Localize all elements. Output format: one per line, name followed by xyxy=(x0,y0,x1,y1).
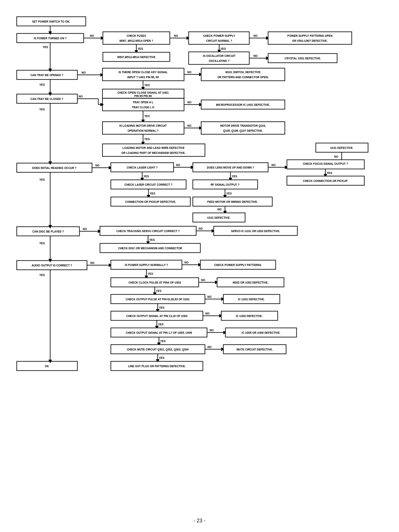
svg-text:CHECK OUTPUT PULSE AT PIN 61,6: CHECK OUTPUT PULSE AT PIN 61,62,63 OF U2… xyxy=(126,298,190,301)
svg-text:POWER SUPPLY PATTERNS OPEN: POWER SUPPLY PATTERNS OPEN xyxy=(287,34,332,37)
svg-text:M302 OR U302 DEFECTIVE.: M302 OR U302 DEFECTIVE. xyxy=(233,281,268,284)
svg-text:YES: YES xyxy=(144,115,150,118)
svg-text:YES: YES xyxy=(327,171,332,174)
svg-text:NO: NO xyxy=(90,261,95,264)
svg-text:OSCILLATING ?: OSCILLATING ? xyxy=(209,59,229,62)
svg-text:IS POWER TURNED ON ?: IS POWER TURNED ON ? xyxy=(34,37,67,40)
svg-text:YES: YES xyxy=(39,274,45,276)
svg-text:NO: NO xyxy=(334,155,338,158)
svg-text:MICROPROCESSOR IC U401 DEFECTI: MICROPROCESSOR IC U401 DEFECTIVE. xyxy=(216,103,270,106)
svg-text:YES: YES xyxy=(159,356,165,359)
svg-text:YES: YES xyxy=(148,272,153,275)
svg-text:CHECK LASER CIRCUIT CORRECT ?: CHECK LASER CIRCUIT CORRECT ? xyxy=(125,183,173,186)
svg-text:CHECK POWER SUPPLY PATTERNS.: CHECK POWER SUPPLY PATTERNS. xyxy=(214,263,262,266)
svg-text:CHECK LASER LIGHT ?: CHECK LASER LIGHT ? xyxy=(127,166,158,169)
svg-text:CHECK MUTE CIRCUIT Q301, Q302,: CHECK MUTE CIRCUIT Q301, Q302, Q303, Q30… xyxy=(127,348,189,351)
svg-text:CHECK FOCUS SIGNAL OUTPUT ?: CHECK FOCUS SIGNAL OUTPUT ? xyxy=(303,162,348,165)
svg-text:RF SIGNAL OUTPUT ?: RF SIGNAL OUTPUT ? xyxy=(210,183,239,186)
svg-text:CHECK DISC OR MECHANISM AND CO: CHECK DISC OR MECHANISM AND CONNECTOR xyxy=(118,247,182,250)
svg-text:YES: YES xyxy=(39,83,45,86)
svg-text:YES: YES xyxy=(43,46,49,49)
svg-text:YES: YES xyxy=(150,192,156,195)
svg-text:YES: YES xyxy=(144,84,150,87)
svg-text:IC U201 DEFECTIVE.: IC U201 DEFECTIVE. xyxy=(238,298,265,301)
flowchart-container: SET POWER SWITCH TO ON. IS POWER TURNED … xyxy=(8,8,391,502)
svg-text:NO: NO xyxy=(187,101,192,104)
svg-text:NO: NO xyxy=(83,228,87,230)
svg-text:YES: YES xyxy=(39,178,45,181)
svg-text:CHECK OUTPUT SIGNAL AT PIN 13,: CHECK OUTPUT SIGNAL AT PIN 13,16 OF U302 xyxy=(126,315,188,318)
svg-rect-59 xyxy=(102,98,184,111)
svg-text:YES: YES xyxy=(220,47,226,50)
svg-text:NO: NO xyxy=(187,71,192,74)
svg-text:IS THERE OPEN/ CLOSE KEY SIGNA: IS THERE OPEN/ CLOSE KEY SIGNAL xyxy=(118,71,168,74)
svg-text:M101 SWITCH, DEFECTIVE: M101 SWITCH, DEFECTIVE xyxy=(225,71,261,74)
svg-text:YES: YES xyxy=(156,289,162,292)
svg-text:CAN TRAY BE OPENED ?: CAN TRAY BE OPENED ? xyxy=(31,74,64,77)
svg-text:NO: NO xyxy=(207,345,212,348)
svg-text:TRAY CLOSE      L            H: TRAY CLOSE L H xyxy=(132,106,154,109)
svg-text:NO: NO xyxy=(210,329,214,332)
svg-text:YES: YES xyxy=(39,242,45,245)
svg-text:M507,M512-M514 DEFECTIVE: M507,M512-M514 DEFECTIVE xyxy=(117,56,156,59)
svg-text:FEED MOTOR OR WIRING DEFECTIVE: FEED MOTOR OR WIRING DEFECTIVE. xyxy=(207,200,258,203)
svg-text:OR LOADING PART OF MECHANISM D: OR LOADING PART OF MECHANISM DEFECTIVE. xyxy=(121,151,186,154)
svg-text:M507, M512-M514 OPEN ?: M507, M512-M514 OPEN ? xyxy=(120,39,153,43)
svg-text:YES: YES xyxy=(149,238,155,241)
page-number: - 23 - xyxy=(194,518,205,524)
flowchart-svg: SET POWER SWITCH TO ON. IS POWER TURNED … xyxy=(8,8,391,502)
svg-text:NO: NO xyxy=(95,164,100,167)
svg-rect-18 xyxy=(268,32,352,44)
svg-text:IC U302 DEFECTIVE.: IC U302 DEFECTIVE. xyxy=(236,315,263,317)
svg-text:NO: NO xyxy=(207,295,212,298)
svg-text:LOADING MOTOR AND LEAD WIRE DE: LOADING MOTOR AND LEAD WIRE DEFECTIVE xyxy=(123,146,185,149)
svg-rect-41 xyxy=(102,68,184,81)
svg-text:OR PATTERN AND CONNECTOR OPEN.: OR PATTERN AND CONNECTOR OPEN. xyxy=(217,76,269,79)
svg-text:CONNECTION OR PICKUP DEFECTIVE: CONNECTION OR PICKUP DEFECTIVE. xyxy=(125,200,176,203)
svg-text:OK: OK xyxy=(45,365,49,368)
svg-text:NO: NO xyxy=(187,124,192,127)
svg-rect-46 xyxy=(201,68,285,81)
svg-text:NO: NO xyxy=(201,279,205,281)
svg-text:DOES LENS MOVE UP AND DOWN ?: DOES LENS MOVE UP AND DOWN ? xyxy=(207,166,254,169)
svg-text:NO: NO xyxy=(217,208,222,211)
svg-text:LINE OUT PLUG OR PATTERNS DEFE: LINE OUT PLUG OR PATTERNS DEFECTIVE. xyxy=(128,365,186,368)
svg-text:IS LOADING MOTOR DRIVE CIRCUIT: IS LOADING MOTOR DRIVE CIRCUIT xyxy=(119,124,167,127)
svg-text:CHECK FUSES: CHECK FUSES xyxy=(127,34,146,37)
svg-rect-68 xyxy=(102,122,184,134)
svg-text:NO: NO xyxy=(90,34,94,37)
svg-text:NO: NO xyxy=(176,164,180,166)
svg-text:NO: NO xyxy=(271,164,276,166)
svg-text:CHECK OPEN/ CLOSE SIGNAL AT U4: CHECK OPEN/ CLOSE SIGNAL AT U401 xyxy=(118,91,169,94)
svg-text:CHECK TRACKING SERVO CIRCUIT C: CHECK TRACKING SERVO CIRCUIT CORRECT ? xyxy=(116,230,180,233)
svg-rect-27 xyxy=(189,52,249,64)
svg-text:SERVO IC U101 OR U202 DEFECTIV: SERVO IC U101 OR U202 DEFECTIVE. xyxy=(231,230,280,233)
svg-text:CRYSTAL X301 DEFECTIVE.: CRYSTAL X301 DEFECTIVE. xyxy=(285,57,321,60)
svg-text:OPERATION NORMAL ?: OPERATION NORMAL ? xyxy=(128,129,159,132)
svg-text:YES: YES xyxy=(159,306,165,309)
svg-text:YES: YES xyxy=(138,47,143,50)
svg-text:NO: NO xyxy=(79,95,83,98)
svg-text:SET POWER SWITCH TO ON.: SET POWER SWITCH TO ON. xyxy=(32,20,70,23)
svg-rect-8 xyxy=(103,32,170,44)
svg-text:YES: YES xyxy=(160,340,166,343)
svg-text:PIN 65           PIN 66: PIN 65 PIN 66 xyxy=(134,95,152,97)
svg-text:MUTE CIRCUIT DEFECTIVE.: MUTE CIRCUIT DEFECTIVE. xyxy=(237,348,273,351)
svg-text:YES: YES xyxy=(232,175,238,178)
svg-text:NO: NO xyxy=(253,54,258,57)
svg-text:IS POWER SUPPLY NORMALLY ?: IS POWER SUPPLY NORMALLY ? xyxy=(125,263,168,266)
svg-rect-78 xyxy=(102,144,205,156)
svg-text:NO: NO xyxy=(253,34,258,37)
svg-text:YES: YES xyxy=(226,192,232,195)
svg-text:U101 DEFECTIVE.: U101 DEFECTIVE. xyxy=(207,216,230,219)
svg-text:CHECK POWER SUPPLY: CHECK POWER SUPPLY xyxy=(203,34,235,37)
svg-text:CAN TRAY BE CLOSED ?: CAN TRAY BE CLOSED ? xyxy=(31,97,63,100)
svg-text:YES: YES xyxy=(143,175,149,178)
svg-text:NO: NO xyxy=(205,312,210,315)
svg-text:TRAY OPEN       H            L: TRAY OPEN H L xyxy=(133,101,153,104)
svg-text:CHECK OUTPUT SIGNAL AT PIN 1,7: CHECK OUTPUT SIGNAL AT PIN 1,7 OF U305, … xyxy=(126,331,192,335)
svg-text:YES: YES xyxy=(158,323,164,326)
svg-text:CIRCUIT NORMAL ?: CIRCUIT NORMAL ? xyxy=(206,39,232,42)
svg-text:CAN DISC BE PLAYED ?: CAN DISC BE PLAYED ? xyxy=(32,230,64,233)
svg-text:INPUT ? U401 PIN 66, 65: INPUT ? U401 PIN 66, 65 xyxy=(127,76,159,79)
